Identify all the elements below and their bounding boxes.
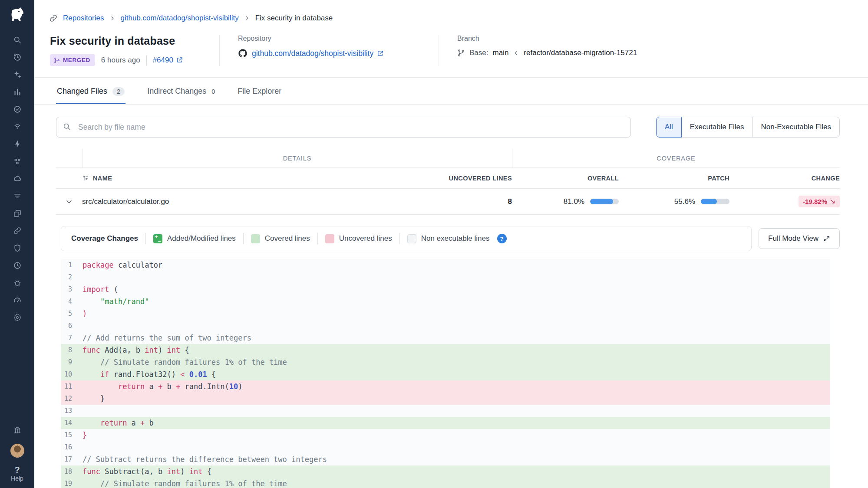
gauge-icon[interactable] (12, 295, 23, 305)
breadcrumb-item-repositories[interactable]: Repositories (63, 14, 104, 23)
chevron-left-icon (513, 50, 519, 56)
sparkles-icon[interactable] (12, 69, 23, 80)
main-content: Repositoriesgithub.com/datadog/shopist-v… (34, 0, 868, 488)
building-icon[interactable] (12, 425, 23, 435)
link-icon (49, 14, 58, 23)
line-number: 16 (61, 443, 83, 451)
row-expand-chevron[interactable] (56, 198, 82, 206)
pipeline-check-icon[interactable] (12, 104, 23, 115)
code-line: 5) (61, 308, 830, 320)
code-line: 10 if rand.Float32() < 0.01 { (61, 368, 830, 380)
cloud-sync-icon[interactable] (12, 174, 23, 184)
files-table: DETAILS COVERAGE NAME UNCOVERED LINES OV… (56, 149, 840, 215)
legend-row: Coverage Changes Added/Modified linesCov… (61, 226, 840, 251)
line-number: 9 (61, 358, 83, 366)
sidebar-item-help[interactable]: Help (11, 465, 23, 482)
bar-chart-icon[interactable] (12, 87, 23, 97)
patch-coverage: 55.6% (619, 197, 729, 206)
code-line: 6 (61, 320, 830, 332)
search-icon[interactable] (12, 35, 23, 45)
spiral-icon[interactable] (12, 312, 23, 323)
git-branch-icon (457, 49, 465, 57)
uncovered-lines-swatch (325, 234, 334, 243)
code-viewer: 1package calculator23import (4 "math/ran… (61, 259, 830, 488)
app-windows-icon[interactable] (12, 208, 23, 219)
table-group-header: DETAILS COVERAGE (56, 149, 840, 168)
datadog-logo[interactable] (8, 5, 26, 25)
legend-item-covered: Covered lines (251, 234, 310, 243)
filter-lines-icon[interactable] (12, 191, 23, 201)
filter-non-executable-files[interactable]: Non-Executable Files (752, 117, 840, 138)
code-line: 11 return a + b + rand.Intn(10) (61, 380, 830, 393)
breadcrumb-item-fix-security-in-database: Fix security in database (255, 14, 333, 23)
line-number: 13 (61, 407, 83, 415)
table-column-header: NAME UNCOVERED LINES OVERALL PATCH CHANG… (56, 168, 840, 189)
legend-item-added: Added/Modified lines (153, 234, 236, 243)
code-line: 9 // Simulate random failures 1% of the … (61, 356, 830, 368)
column-header-name[interactable]: NAME (82, 175, 412, 182)
pr-number-link[interactable]: #6490 (153, 56, 183, 65)
repository-link[interactable]: github.com/datadog/shopist-visibility (252, 49, 383, 58)
column-header-overall: OVERALL (512, 175, 619, 182)
tab-changed-files[interactable]: Changed Files2 (56, 78, 125, 104)
line-number: 18 (61, 468, 83, 475)
help-tooltip-icon[interactable] (497, 234, 507, 243)
code-line: 15} (61, 429, 830, 441)
legend-item-uncovered: Uncovered lines (325, 234, 392, 243)
file-name: src/calculator/calculator.go (82, 197, 412, 206)
status-badge: MERGED (50, 54, 95, 66)
breadcrumb-item-github-com-datadog-shopist-visibility[interactable]: github.com/datadog/shopist-visibility (121, 14, 239, 23)
repository-label: Repository (238, 35, 439, 43)
line-number: 3 (61, 285, 83, 293)
column-header-uncovered-lines: UNCOVERED LINES (412, 175, 512, 182)
search-input[interactable] (56, 117, 631, 138)
git-merge-icon (54, 57, 60, 63)
link-chain-icon[interactable] (12, 226, 23, 236)
change-badge: -19.82% (799, 196, 840, 207)
chevron-right-icon (244, 15, 250, 21)
external-link-icon (377, 50, 383, 57)
line-number: 10 (61, 370, 83, 378)
tab-file-explorer[interactable]: File Explorer (237, 78, 282, 104)
divider (243, 233, 244, 244)
expand-icon (823, 235, 830, 242)
lightning-icon[interactable] (12, 139, 23, 149)
divider (146, 55, 147, 66)
code-line: 7// Add returns the sum of two integers (61, 332, 830, 344)
tab-count: 2 (112, 87, 125, 96)
line-number: 6 (61, 322, 83, 330)
full-mode-view-button[interactable]: Full Mode View (759, 228, 840, 249)
tabs: Changed Files2Indirect Changes0File Expl… (34, 78, 868, 105)
user-avatar[interactable] (10, 444, 24, 458)
divider (317, 233, 318, 244)
line-number: 11 (61, 383, 83, 390)
line-number: 1 (61, 261, 83, 269)
nonexec-lines-swatch (407, 234, 416, 243)
org-dots-icon[interactable] (12, 156, 23, 167)
code-line: 12 } (61, 393, 830, 405)
code-line: 2 (61, 271, 830, 283)
table-row[interactable]: src/calculator/calculator.go 8 81.0% 55.… (56, 189, 840, 215)
added-lines-swatch (153, 234, 162, 243)
history-icon[interactable] (12, 52, 23, 62)
code-line: 17// Subtract returns the difference bet… (61, 453, 830, 465)
line-number: 19 (61, 480, 83, 488)
branch-label: Branch (457, 35, 840, 43)
line-number: 8 (61, 346, 83, 354)
tab-indirect-changes[interactable]: Indirect Changes0 (146, 78, 216, 104)
code-line: 4 "math/rand" (61, 295, 830, 308)
code-line: 16 (61, 441, 830, 453)
shield-icon[interactable] (12, 243, 23, 253)
filter-executable-files[interactable]: Executable Files (681, 117, 753, 138)
external-link-icon (176, 57, 183, 63)
bug-icon[interactable] (12, 278, 23, 288)
filter-all[interactable]: All (656, 117, 682, 138)
line-number: 12 (61, 395, 83, 403)
sidebar: Help (0, 0, 34, 488)
tab-label: Changed Files (57, 87, 107, 96)
coverage-group-header: COVERAGE (512, 149, 840, 167)
sort-icon (82, 175, 89, 182)
clock-icon[interactable] (12, 260, 23, 271)
code-line: 19 // Simulate random failures 1% of the… (61, 478, 830, 488)
broadcast-icon[interactable] (12, 121, 23, 132)
